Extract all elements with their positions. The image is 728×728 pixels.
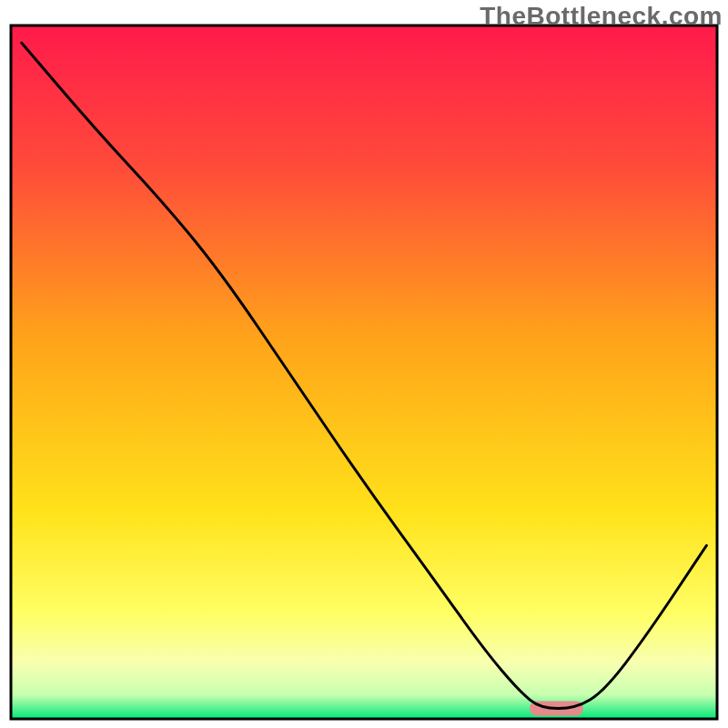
watermark-text: TheBottleneck.com — [480, 2, 723, 31]
plot-area — [11, 25, 717, 719]
bottleneck-chart — [0, 0, 728, 728]
chart-stage: TheBottleneck.com — [0, 0, 728, 728]
